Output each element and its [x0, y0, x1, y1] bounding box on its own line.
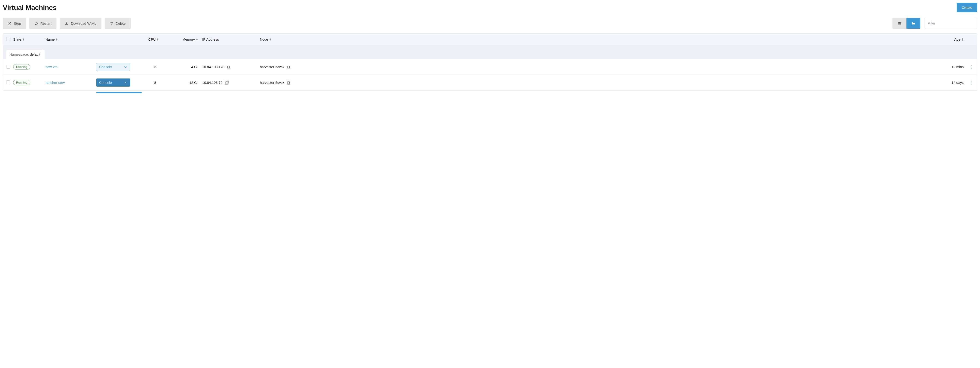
view-toggle — [892, 18, 921, 29]
create-button[interactable]: Create — [957, 3, 977, 12]
col-ip: IP Address — [202, 37, 260, 41]
copy-icon[interactable] — [227, 65, 231, 69]
col-name[interactable]: Name▴▾ — [45, 37, 96, 41]
console-dropdown-button[interactable]: Console — [96, 78, 130, 86]
console-option-web-vnc[interactable]: Open in Web VNC — [96, 92, 142, 93]
col-cpu[interactable]: CPU▴▾ — [133, 37, 163, 41]
col-node[interactable]: Node▴▾ — [260, 37, 310, 41]
page-title: Virtual Machines — [3, 4, 56, 11]
memory-value: 4 Gi — [163, 65, 202, 69]
filter-input[interactable] — [924, 18, 977, 29]
restart-button[interactable]: Restart — [29, 18, 56, 29]
download-icon — [65, 21, 68, 25]
col-age[interactable]: Age▴▾ — [310, 37, 966, 41]
age-value: 14 days — [310, 81, 966, 85]
delete-button[interactable]: Delete — [105, 18, 131, 29]
namespace-label: Namespace: — [10, 53, 29, 56]
stop-button[interactable]: Stop — [3, 18, 26, 29]
restart-label: Restart — [40, 21, 51, 26]
status-badge: Running — [13, 80, 30, 85]
cpu-value: 8 — [133, 81, 163, 85]
console-label: Console — [99, 81, 112, 85]
sort-icon: ▴▾ — [157, 38, 158, 41]
delete-label: Delete — [116, 21, 126, 26]
cpu-value: 2 — [133, 65, 163, 69]
col-state[interactable]: State▴▾ — [13, 37, 45, 41]
chevron-down-icon — [124, 65, 127, 69]
copy-icon[interactable] — [225, 81, 229, 85]
vm-table: State▴▾ Name▴▾ CPU▴▾ Memory▴▾ IP Address… — [3, 34, 977, 91]
ip-value: 10.84.103.178 — [202, 65, 224, 69]
memory-value: 12 Gi — [163, 81, 202, 85]
copy-icon[interactable] — [286, 65, 290, 69]
namespace-name: default — [30, 53, 40, 56]
sort-icon: ▴▾ — [270, 38, 271, 41]
folder-icon — [912, 21, 915, 25]
stop-label: Stop — [14, 21, 21, 26]
sort-icon: ▴▾ — [56, 38, 57, 41]
view-flat-button[interactable] — [892, 18, 907, 29]
sort-icon: ▴▾ — [22, 38, 24, 41]
chevron-up-icon — [124, 81, 127, 85]
row-checkbox[interactable] — [6, 65, 10, 69]
row-actions-menu[interactable]: ⋮ — [966, 64, 977, 69]
col-memory[interactable]: Memory▴▾ — [163, 37, 202, 41]
row-checkbox[interactable] — [6, 80, 10, 84]
console-dropdown-menu: Open in Web VNC Open in Serial Console — [96, 92, 142, 93]
select-all-checkbox[interactable] — [6, 37, 10, 41]
trash-icon — [110, 21, 113, 25]
copy-icon[interactable] — [286, 81, 290, 85]
ip-value: 10.84.103.72 — [202, 81, 223, 85]
console-dropdown-button[interactable]: Console — [96, 63, 130, 71]
namespace-tab: Namespace: default — [6, 50, 45, 59]
row-actions-menu[interactable]: ⋮ — [966, 80, 977, 85]
sort-icon: ▴▾ — [962, 38, 963, 41]
status-badge: Running — [13, 64, 30, 69]
vm-name-link[interactable]: rancher-serv — [45, 81, 65, 85]
table-row: Running new-vm Console 2 4 Gi 10.84.103.… — [3, 59, 977, 75]
vm-name-link[interactable]: new-vm — [45, 65, 58, 69]
close-icon — [8, 21, 11, 25]
download-yaml-button[interactable]: Download YAML — [60, 18, 101, 29]
refresh-icon — [34, 21, 38, 25]
node-value: harvester-5cvsk — [260, 81, 284, 85]
console-label: Console — [99, 65, 112, 69]
namespace-group: Namespace: default — [3, 45, 977, 59]
age-value: 12 mins — [310, 65, 966, 69]
list-icon — [898, 21, 901, 25]
view-grouped-button[interactable] — [907, 18, 920, 29]
table-row: Running rancher-serv Console Open in Web… — [3, 75, 977, 90]
sort-icon: ▴▾ — [196, 38, 197, 41]
node-value: harvester-5cvsk — [260, 65, 284, 69]
download-yaml-label: Download YAML — [71, 21, 96, 26]
